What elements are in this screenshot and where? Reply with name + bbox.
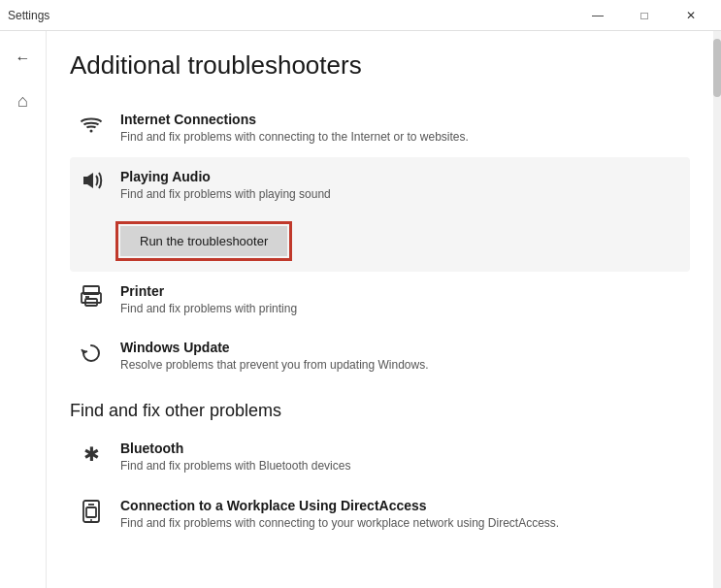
playing-audio-desc: Find and fix problems with playing sound	[120, 186, 682, 203]
directaccess-icon	[78, 500, 105, 529]
playing-audio-title: Playing Audio	[120, 169, 682, 184]
scrollbar-thumb[interactable]	[713, 39, 721, 97]
winupdate-title: Windows Update	[120, 340, 682, 355]
list-item[interactable]: Playing Audio Find and fix problems with…	[70, 157, 690, 272]
home-icon[interactable]: ⌂	[4, 82, 43, 120]
item-desc: Find and fix problems with connecting to…	[120, 129, 682, 146]
directaccess-title: Connection to a Workplace Using DirectAc…	[120, 498, 682, 513]
window-controls: — □ ✕	[575, 0, 713, 31]
close-button[interactable]: ✕	[669, 0, 713, 31]
bluetooth-icon: ✱	[78, 442, 105, 466]
bluetooth-desc: Find and fix problems with Bluetooth dev…	[120, 458, 682, 474]
run-troubleshooter-button[interactable]: Run the troubleshooter	[120, 226, 287, 256]
settings-title: Settings	[8, 9, 49, 22]
printer-icon	[78, 285, 105, 312]
other-section-heading: Find and fix other problems	[70, 401, 690, 421]
directaccess-desc: Find and fix problems with connecting to…	[120, 515, 682, 532]
run-btn-area: Run the troubleshooter	[78, 218, 682, 260]
audio-icon	[78, 171, 105, 196]
wifi-icon	[78, 114, 105, 143]
list-item[interactable]: Internet Connections Find and fix proble…	[70, 100, 690, 157]
svg-point-0	[90, 130, 93, 133]
list-item[interactable]: Windows Update Resolve problems that pre…	[70, 328, 690, 385]
bluetooth-title: Bluetooth	[120, 441, 682, 456]
svg-marker-1	[83, 173, 93, 188]
main-layout: ← ⌂ Additional troubleshooters Internet …	[0, 31, 721, 588]
list-item[interactable]: ✱ Bluetooth Find and fix problems with B…	[70, 429, 690, 486]
maximize-button[interactable]: □	[622, 0, 667, 31]
page-title: Additional troubleshooters	[70, 50, 690, 81]
winupdate-desc: Resolve problems that prevent you from u…	[120, 357, 682, 374]
svg-rect-8	[86, 507, 96, 517]
printer-title: Printer	[120, 283, 682, 299]
content-area: Additional troubleshooters Internet Conn…	[47, 31, 713, 588]
list-item[interactable]: Printer Find and fix problems with print…	[70, 272, 690, 329]
title-bar: Settings — □ ✕	[0, 0, 721, 31]
scrollbar[interactable]	[713, 31, 721, 588]
sidebar: ← ⌂	[0, 31, 47, 588]
minimize-button[interactable]: —	[575, 0, 620, 31]
update-icon	[78, 342, 105, 371]
list-item[interactable]: Connection to a Workplace Using DirectAc…	[70, 486, 690, 543]
svg-point-9	[90, 519, 92, 521]
printer-desc: Find and fix problems with printing	[120, 301, 682, 317]
back-button[interactable]: ←	[4, 39, 43, 78]
item-title: Internet Connections	[120, 112, 682, 127]
